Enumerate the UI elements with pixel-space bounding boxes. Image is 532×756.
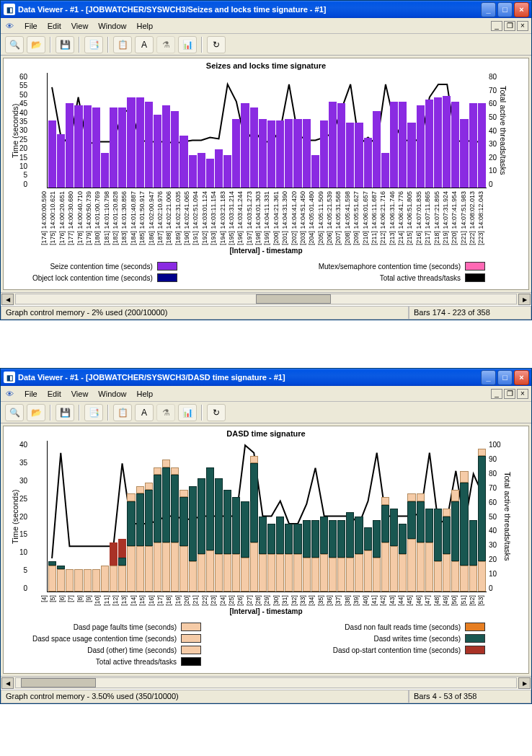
query-icon[interactable]: 🔍 — [5, 36, 24, 53]
open-icon[interactable]: 📂 — [27, 36, 45, 53]
close-button[interactable]: × — [514, 2, 529, 17]
hscrollbar[interactable]: ◀ ▶ — [1, 676, 531, 689]
bar[interactable] — [320, 73, 328, 188]
refresh-icon[interactable]: ↻ — [207, 404, 226, 421]
titlebar[interactable]: ◧ Data Viewer - #1 - [JOBWATCHER/SYSWCH3… — [1, 369, 531, 386]
bar[interactable] — [373, 441, 381, 592]
bar[interactable] — [189, 441, 197, 592]
bar[interactable] — [443, 73, 451, 188]
bar[interactable] — [320, 441, 328, 592]
bar[interactable] — [443, 441, 451, 592]
bar[interactable] — [215, 73, 223, 188]
bar[interactable] — [337, 73, 345, 188]
bar[interactable] — [311, 73, 319, 188]
bar[interactable] — [285, 73, 293, 188]
bar[interactable] — [451, 441, 459, 592]
bar[interactable] — [84, 441, 92, 592]
bar[interactable] — [267, 73, 275, 188]
scroll-thumb[interactable] — [21, 678, 96, 687]
bar[interactable] — [198, 73, 205, 188]
bar[interactable] — [407, 441, 415, 592]
bar[interactable] — [399, 73, 407, 188]
save-icon[interactable]: 💾 — [56, 404, 74, 421]
text-icon[interactable]: A — [135, 404, 154, 421]
bar[interactable] — [57, 441, 65, 592]
mdi-minimize-button[interactable]: _ — [491, 21, 502, 31]
bar[interactable] — [373, 73, 381, 188]
bar[interactable] — [478, 73, 486, 188]
scroll-right-icon[interactable]: ▶ — [518, 294, 531, 305]
bar[interactable] — [198, 441, 205, 592]
bar[interactable] — [74, 73, 82, 188]
mdi-close-button[interactable]: × — [517, 389, 528, 399]
refresh-icon[interactable]: ↻ — [207, 36, 226, 53]
bar[interactable] — [66, 73, 74, 188]
bar[interactable] — [469, 441, 477, 592]
bar[interactable] — [329, 73, 337, 188]
mdi-minimize-button[interactable]: _ — [491, 389, 502, 399]
bar[interactable] — [346, 73, 354, 188]
bar[interactable] — [417, 441, 425, 592]
bar[interactable] — [223, 441, 231, 592]
bar[interactable] — [293, 73, 301, 188]
properties-icon[interactable]: 📑 — [84, 36, 103, 53]
titlebar[interactable]: ◧ Data Viewer - #1 - [JOBWATCHER/SYSWCH3… — [1, 1, 531, 18]
bar[interactable] — [154, 73, 161, 188]
bar[interactable] — [390, 441, 398, 592]
bar[interactable] — [84, 73, 92, 188]
bar[interactable] — [215, 441, 223, 592]
bar[interactable] — [162, 441, 170, 592]
bar[interactable] — [232, 73, 240, 188]
scroll-left-icon[interactable]: ◀ — [1, 294, 14, 305]
bar[interactable] — [171, 441, 179, 592]
bar[interactable] — [425, 73, 433, 188]
bar[interactable] — [179, 73, 187, 188]
bar[interactable] — [206, 441, 214, 592]
bar[interactable] — [276, 441, 284, 592]
plot-area[interactable] — [47, 73, 487, 188]
bar[interactable] — [206, 73, 214, 188]
mdi-restore-button[interactable]: ❐ — [504, 389, 515, 399]
bar[interactable] — [145, 73, 153, 188]
menu-file[interactable]: File — [19, 388, 43, 400]
sql-icon[interactable]: ⚗ — [156, 404, 175, 421]
bar[interactable] — [364, 441, 372, 592]
bar[interactable] — [364, 73, 372, 188]
bar[interactable] — [101, 73, 109, 188]
bar[interactable] — [460, 73, 468, 188]
bar[interactable] — [74, 441, 82, 592]
bar[interactable] — [390, 73, 398, 188]
properties-icon[interactable]: 📑 — [84, 404, 103, 421]
bar[interactable] — [259, 441, 267, 592]
bar[interactable] — [145, 441, 153, 592]
bar[interactable] — [478, 441, 486, 592]
bar[interactable] — [434, 73, 442, 188]
chart-icon[interactable]: 📊 — [178, 404, 197, 421]
bar[interactable] — [66, 441, 74, 592]
menu-view[interactable]: View — [66, 388, 94, 400]
bar[interactable] — [171, 73, 179, 188]
bar[interactable] — [223, 73, 231, 188]
bar[interactable] — [381, 441, 389, 592]
bar[interactable] — [311, 441, 319, 592]
bar[interactable] — [241, 73, 249, 188]
mdi-restore-button[interactable]: ❐ — [504, 21, 515, 31]
bar[interactable] — [118, 73, 126, 188]
scroll-right-icon[interactable]: ▶ — [518, 677, 531, 689]
bar[interactable] — [110, 441, 118, 592]
copy-icon[interactable]: 📋 — [113, 404, 132, 421]
bar[interactable] — [434, 441, 442, 592]
bar[interactable] — [136, 441, 144, 592]
bar[interactable] — [136, 73, 144, 188]
plot-area[interactable] — [47, 441, 487, 592]
bar[interactable] — [267, 441, 275, 592]
bar[interactable] — [329, 441, 337, 592]
bar[interactable] — [469, 73, 477, 188]
bar[interactable] — [118, 441, 126, 592]
text-icon[interactable]: A — [135, 36, 154, 53]
scroll-left-icon[interactable]: ◀ — [1, 677, 14, 689]
copy-icon[interactable]: 📋 — [113, 36, 132, 53]
bar[interactable] — [259, 73, 267, 188]
menu-edit[interactable]: Edit — [43, 20, 66, 32]
bar[interactable] — [241, 441, 249, 592]
